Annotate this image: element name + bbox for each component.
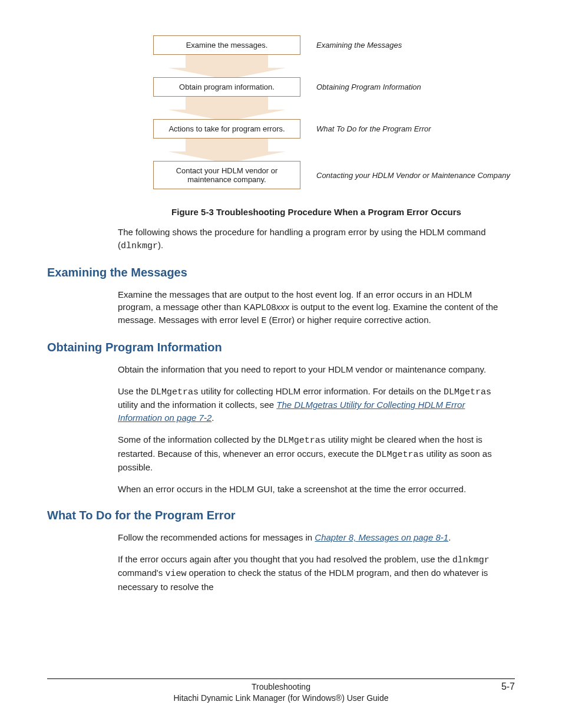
paragraph: Use the DLMgetras utility for collecting… <box>118 385 509 424</box>
flow-label: Obtaining Program Information <box>316 83 421 91</box>
arrow-down-icon <box>168 94 286 121</box>
intro-paragraph: The following shows the procedure for ha… <box>118 226 509 253</box>
flow-arrow <box>144 139 309 161</box>
footer-book-title: Hitachi Dynamic Link Manager (for Window… <box>82 693 480 704</box>
svg-marker-2 <box>168 136 286 163</box>
flow-box: Examine the messages. <box>153 35 300 55</box>
text: . <box>211 413 214 423</box>
paragraph: Examine the messages that are output to … <box>118 288 509 328</box>
text: utility and the information it collects,… <box>118 400 276 410</box>
text: Some of the information collected by the <box>118 434 278 444</box>
flow-step-3: Actions to take for program errors. What… <box>144 119 515 139</box>
flow-arrow <box>144 97 309 119</box>
paragraph: If the error occurs again after you thou… <box>118 553 509 594</box>
text: command's <box>118 568 165 578</box>
code-dlmgetras: DLMgetras <box>151 387 199 397</box>
footer-section: Troubleshooting <box>82 681 480 693</box>
code-dlnkmgr: dlnkmgr <box>452 555 490 565</box>
page-number: 5-7 <box>480 681 515 692</box>
text: The following shows the procedure for ha… <box>118 227 485 250</box>
arrow-down-icon <box>168 136 286 163</box>
paragraph: When an error occurs in the HDLM GUI, ta… <box>118 483 509 496</box>
text: If the error occurs again after you thou… <box>118 554 452 564</box>
flow-label: Examining the Messages <box>316 41 402 50</box>
flow-label: Contacting your HDLM Vendor or Maintenan… <box>316 171 510 180</box>
page-footer: Troubleshooting Hitachi Dynamic Link Man… <box>47 678 515 704</box>
code-dlmgetras: DLMgetras <box>376 450 424 460</box>
flow-arrow <box>144 55 309 77</box>
paragraph: Obtain the information that you need to … <box>118 363 509 376</box>
text: Follow the recommended actions for messa… <box>118 532 315 542</box>
text: utility for collecting HDLM error inform… <box>199 386 444 396</box>
flow-box: Contact your HDLM vendor or maintenance … <box>153 161 300 189</box>
flow-label: What To Do for the Program Error <box>316 124 431 133</box>
svg-marker-0 <box>168 52 286 80</box>
flow-step-1: Examine the messages. Examining the Mess… <box>144 35 515 55</box>
paragraph: Some of the information collected by the… <box>118 433 509 474</box>
heading-obtaining: Obtaining Program Information <box>47 341 515 354</box>
flow-step-2: Obtain program information. Obtaining Pr… <box>144 77 515 97</box>
flow-box: Obtain program information. <box>153 77 300 97</box>
code-view: view <box>165 569 186 579</box>
flow-box: Actions to take for program errors. <box>153 119 300 139</box>
svg-marker-1 <box>168 94 286 121</box>
text: . <box>448 532 451 542</box>
link-chapter8[interactable]: Chapter 8, Messages on page 8-1 <box>315 532 448 542</box>
heading-examining: Examining the Messages <box>47 266 515 279</box>
flowchart: Examine the messages. Examining the Mess… <box>144 35 515 189</box>
text: ). <box>158 240 163 250</box>
flow-step-4: Contact your HDLM vendor or maintenance … <box>144 161 515 189</box>
code-dlmgetras: DLMgetras <box>444 387 491 397</box>
code-dlnkmgr: dlnkmgr <box>121 241 158 251</box>
text: (Error) or higher require corrective act… <box>266 315 431 325</box>
heading-whattodo: What To Do for the Program Error <box>47 509 515 522</box>
page: Examine the messages. Examining the Mess… <box>0 0 562 728</box>
arrow-down-icon <box>168 52 286 80</box>
text-italic: xxx <box>276 302 290 312</box>
code-dlmgetras: DLMgetras <box>278 436 326 446</box>
paragraph: Follow the recommended actions for messa… <box>118 531 509 544</box>
text: Use the <box>118 386 151 396</box>
figure-caption: Figure 5-3 Troubleshooting Procedure Whe… <box>118 207 515 217</box>
